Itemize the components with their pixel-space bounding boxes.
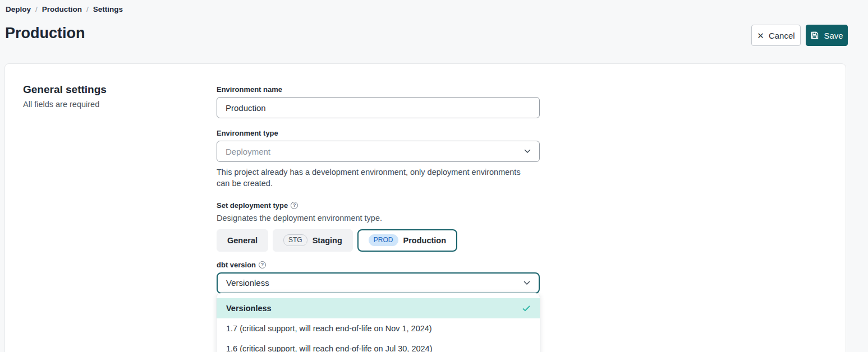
save-disk-icon [810, 31, 819, 40]
deployment-type-staging-label: Staging [313, 236, 342, 245]
dbt-version-select[interactable]: Versionless [217, 272, 540, 294]
deployment-type-production-button[interactable]: PROD Production [357, 229, 457, 252]
cancel-button-label: Cancel [769, 31, 795, 40]
dbt-version-dropdown-menu: Versionless 1.7 (critical support, will … [217, 293, 540, 352]
breadcrumb-deploy[interactable]: Deploy [6, 5, 31, 13]
environment-type-helper: This project already has a development e… [217, 166, 531, 189]
environment-name-input[interactable] [217, 97, 540, 118]
general-settings-card: General settings All fields are required… [4, 63, 846, 352]
close-icon: ✕ [757, 31, 764, 40]
dbt-version-option-1-6[interactable]: 1.6 (critical support, will reach end-of… [217, 339, 540, 352]
save-button[interactable]: Save [806, 25, 848, 46]
dbt-version-value: Versionless [226, 278, 269, 288]
deployment-type-options: General STG Staging PROD Production [217, 229, 540, 252]
check-icon [522, 305, 530, 312]
dbt-version-label: dbt version ? [217, 261, 540, 269]
breadcrumb: Deploy / Production / Settings [6, 5, 123, 13]
dbt-version-option-1-7[interactable]: 1.7 (critical support, will reach end-of… [217, 318, 540, 339]
dbt-version-option-versionless[interactable]: Versionless [217, 298, 540, 318]
staging-badge: STG [283, 234, 307, 246]
option-label: Versionless [226, 304, 272, 313]
settings-form: Environment name Environment type Deploy… [217, 85, 540, 294]
header-actions: ✕ Cancel Save [751, 25, 848, 46]
deployment-type-label: Set deployment type ? [217, 201, 540, 210]
section-title: General settings [23, 84, 107, 96]
environment-type-select[interactable]: Deployment [217, 141, 540, 162]
deployment-type-general-button[interactable]: General [217, 229, 268, 252]
save-button-label: Save [824, 31, 843, 40]
page-title: Production [5, 25, 85, 42]
environment-type-label: Environment type [217, 129, 540, 137]
deployment-type-description: Designates the deployment environment ty… [217, 214, 540, 223]
chevron-down-icon [523, 281, 530, 285]
cancel-button[interactable]: ✕ Cancel [751, 25, 801, 46]
dbt-version-label-text: dbt version [217, 261, 256, 269]
deployment-type-staging-button[interactable]: STG Staging [273, 229, 353, 252]
environment-name-label: Environment name [217, 85, 540, 94]
deployment-type-general-label: General [227, 236, 258, 245]
breadcrumb-separator: / [86, 5, 89, 13]
environment-type-value: Deployment [226, 147, 270, 156]
breadcrumb-settings[interactable]: Settings [93, 5, 123, 13]
breadcrumb-separator: / [35, 5, 38, 13]
chevron-down-icon [524, 149, 531, 154]
option-label: 1.7 (critical support, will reach end-of… [226, 324, 432, 333]
deployment-type-production-label: Production [403, 236, 447, 245]
help-icon[interactable]: ? [291, 202, 298, 209]
section-subtitle: All fields are required [23, 100, 99, 109]
option-label: 1.6 (critical support, will reach end-of… [226, 344, 433, 352]
help-icon[interactable]: ? [259, 261, 266, 268]
prod-badge: PROD [369, 234, 398, 246]
deployment-type-label-text: Set deployment type [217, 201, 288, 210]
breadcrumb-production[interactable]: Production [42, 5, 82, 13]
